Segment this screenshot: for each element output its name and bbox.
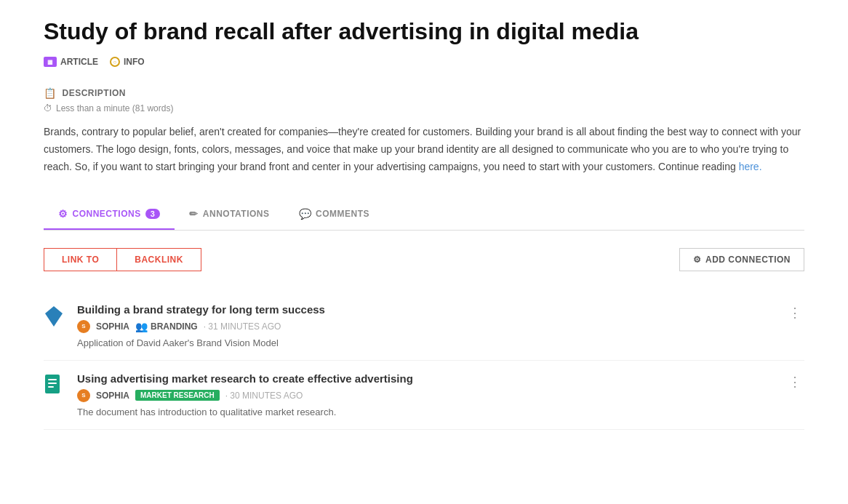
connections-tab-label: CONNECTIONS [73, 209, 141, 219]
description-text-main: Brands, contrary to popular belief, aren… [44, 126, 801, 172]
connections-toolbar: LINK TO BACKLINK ⚙ ADD CONNECTION [44, 248, 804, 271]
clock-icon: ⏱ [44, 103, 52, 113]
info-icon: ○ [110, 57, 120, 67]
article-icon: ▦ [44, 57, 57, 67]
tab-connections[interactable]: ⚙ CONNECTIONS 3 [44, 199, 175, 230]
svg-rect-4 [48, 386, 54, 388]
svg-marker-0 [45, 306, 63, 327]
info-label: INFO [124, 57, 145, 67]
connection-1-desc: Application of David Aaker's Brand Visio… [77, 337, 775, 348]
comments-tab-label: COMMENTS [316, 209, 369, 219]
add-connection-button[interactable]: ⚙ ADD CONNECTION [679, 248, 805, 271]
connection-2-avatar: S [77, 389, 90, 402]
time-info: ⏱ Less than a minute (81 words) [44, 103, 804, 113]
badges-row: ▦ ARTICLE ○ INFO [44, 57, 804, 67]
connection-icon-diamond [44, 305, 67, 328]
connection-1-content: Building a brand strategy for long term … [77, 303, 775, 348]
time-text: Less than a minute (81 words) [56, 103, 173, 113]
description-header: 📋 DESCRIPTION [44, 87, 804, 99]
branding-label: BRANDING [151, 321, 198, 332]
branding-tag: 👥 BRANDING [135, 321, 198, 332]
comments-tab-icon: 💬 [299, 208, 312, 220]
connection-1-title: Building a brand strategy for long term … [77, 303, 775, 316]
connection-1-avatar: S [77, 320, 90, 333]
link-toggle-buttons: LINK TO BACKLINK [44, 248, 201, 271]
connections-tab-badge: 3 [145, 209, 161, 219]
branding-icon: 👥 [135, 321, 148, 332]
description-label: DESCRIPTION [63, 88, 127, 98]
connection-2-author: SOPHIA [96, 391, 129, 401]
description-icon: 📋 [44, 87, 57, 99]
connection-2-content: Using advertising market research to cre… [77, 372, 775, 417]
article-badge: ▦ ARTICLE [44, 57, 98, 67]
market-research-tag: MARKET RESEARCH [135, 390, 220, 401]
svg-rect-3 [48, 383, 57, 384]
add-connection-icon: ⚙ [693, 255, 702, 265]
add-connection-label: ADD CONNECTION [705, 255, 791, 265]
connection-2-meta: S SOPHIA MARKET RESEARCH · 30 MINUTES AG… [77, 389, 775, 402]
tab-comments[interactable]: 💬 COMMENTS [284, 199, 385, 230]
connection-2-desc: The document has introduction to qualita… [77, 407, 775, 417]
connections-tab-icon: ⚙ [58, 208, 68, 220]
connection-2-title: Using advertising market research to cre… [77, 372, 775, 385]
annotations-tab-icon: ✏ [189, 208, 199, 220]
article-label: ARTICLE [60, 57, 98, 67]
page-title: Study of brand recall after advertising … [44, 17, 804, 45]
link-to-button[interactable]: LINK TO [44, 248, 116, 271]
connection-1-time: · 31 MINUTES AGO [204, 321, 281, 332]
connection-item-2: Using advertising market research to cre… [44, 361, 804, 430]
connection-2-time: · 30 MINUTES AGO [225, 391, 303, 401]
annotations-tab-label: ANNOTATIONS [203, 209, 270, 219]
svg-rect-2 [48, 379, 57, 380]
backlink-button[interactable]: BACKLINK [116, 248, 201, 271]
tabs-bar: ⚙ CONNECTIONS 3 ✏ ANNOTATIONS 💬 COMMENTS [44, 199, 804, 231]
connection-item-1: Building a brand strategy for long term … [44, 292, 804, 361]
connections-list: Building a brand strategy for long term … [44, 292, 804, 430]
info-badge: ○ INFO [110, 57, 145, 67]
connection-icon-document [44, 374, 67, 397]
connection-2-menu[interactable]: ⋮ [785, 372, 804, 391]
connection-1-menu[interactable]: ⋮ [785, 303, 804, 322]
tab-annotations[interactable]: ✏ ANNOTATIONS [175, 199, 284, 230]
connection-1-author: SOPHIA [96, 321, 129, 332]
description-body: Brands, contrary to popular belief, aren… [44, 124, 804, 175]
description-link[interactable]: here. [739, 161, 762, 172]
connection-1-meta: S SOPHIA 👥 BRANDING · 31 MINUTES AGO [77, 320, 775, 333]
